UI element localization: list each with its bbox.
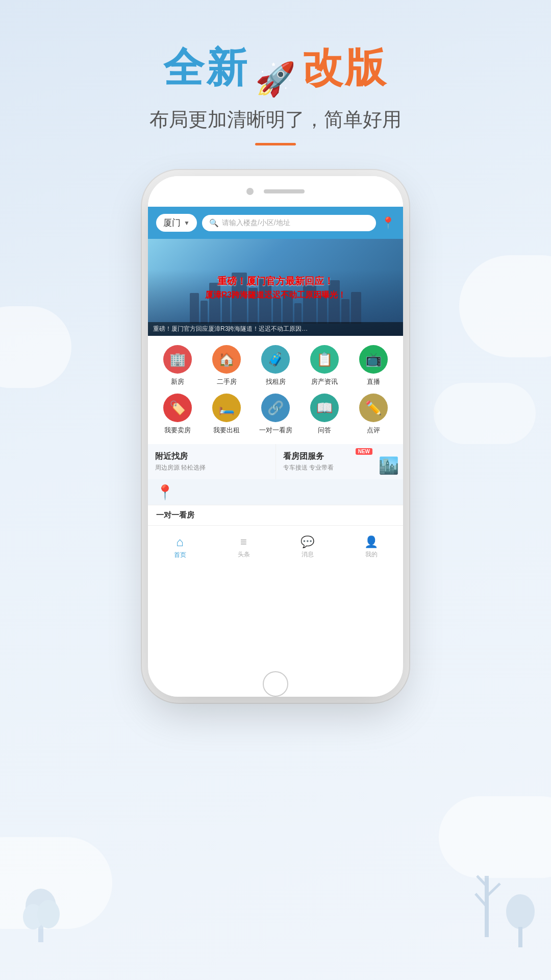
- phone-bottom: [148, 671, 403, 697]
- header-section: 全新 🚀 改版 布局更加清晰明了，简单好用: [0, 0, 551, 166]
- banner-footer: 重磅！厦门官方回应厦漳R3跨海隧道！迟迟不动工原因…: [148, 322, 403, 336]
- one-on-one-section-title: 一对一看房: [156, 510, 194, 519]
- review-icon: ✏️: [359, 394, 388, 422]
- banner-subtext: 厦漳R3跨海隧道迟迟不动工原因曝光！: [205, 290, 346, 301]
- nav-messages[interactable]: 💬 消息: [276, 535, 339, 559]
- dropdown-arrow-icon: ▼: [184, 219, 190, 227]
- one-on-one-icon: 🔗: [261, 394, 290, 422]
- new-house-icon: 🏢: [163, 345, 192, 374]
- app-content: 厦门 ▼ 🔍 请输入楼盘/小区/地址 📍: [148, 207, 403, 671]
- phone-mockup: 厦门 ▼ 🔍 请输入楼盘/小区/地址 📍: [148, 176, 403, 697]
- new-badge: NEW: [356, 448, 372, 455]
- tree-left-decoration: [15, 845, 66, 949]
- nearby-sub: 周边房源 轻松选择: [155, 463, 268, 472]
- menu-item-review[interactable]: ✏️ 点评: [353, 394, 394, 435]
- qa-icon: 📖: [310, 394, 339, 422]
- menu-item-sell[interactable]: 🏷️ 我要卖房: [157, 394, 198, 435]
- menu-grid-section: 🏢 新房 🏠 二手房 🧳 找租房 📋 房产资讯: [148, 336, 403, 444]
- nav-home[interactable]: ⌂ 首页: [148, 535, 212, 559]
- live-icon: 📺: [359, 345, 388, 374]
- one-on-one-label: 一对一看房: [259, 426, 292, 435]
- title-part1: 全新: [163, 45, 249, 90]
- menu-item-lease[interactable]: 🛏️ 我要出租: [206, 394, 247, 435]
- home-button[interactable]: [263, 671, 288, 697]
- svg-point-3: [37, 900, 60, 928]
- menu-row-2: 🏷️ 我要卖房 🛏️ 我要出租 🔗 一对一看房 📖 问答: [153, 394, 398, 435]
- news-label: 房产资讯: [311, 377, 338, 386]
- banner-footer-text: 重磅！厦门官方回应厦漳R3跨海隧道！迟迟不动工原因…: [153, 325, 398, 333]
- location-icon[interactable]: 📍: [381, 216, 395, 230]
- nav-profile[interactable]: 👤 我的: [339, 535, 403, 559]
- phone-speaker: [264, 189, 305, 193]
- nearby-card[interactable]: 附近找房 周边房源 轻松选择: [148, 444, 276, 479]
- messages-nav-label: 消息: [302, 550, 314, 559]
- headlines-nav-icon: ≡: [240, 535, 247, 549]
- profile-nav-label: 我的: [365, 550, 378, 559]
- tour-icon: 🏙️: [379, 456, 399, 475]
- map-pin-icon: 📍: [156, 484, 174, 501]
- menu-item-second-hand[interactable]: 🏠 二手房: [206, 345, 247, 386]
- messages-nav-icon: 💬: [300, 535, 314, 549]
- news-icon: 📋: [310, 345, 339, 374]
- app-banner[interactable]: 重磅！厦门官方最新回应！ 厦漳R3跨海隧道迟迟不动工原因曝光！ 重磅！厦门官方回…: [148, 239, 403, 336]
- home-nav-label: 首页: [174, 551, 186, 559]
- menu-item-qa[interactable]: 📖 问答: [304, 394, 345, 435]
- headlines-nav-label: 头条: [238, 550, 250, 559]
- sell-icon: 🏷️: [163, 394, 192, 422]
- search-placeholder: 请输入楼盘/小区/地址: [222, 218, 290, 228]
- second-hand-label: 二手房: [217, 377, 237, 386]
- menu-item-rent[interactable]: 🧳 找租房: [255, 345, 296, 386]
- live-label: 直播: [367, 377, 380, 386]
- map-area[interactable]: 📍: [148, 479, 403, 505]
- qa-label: 问答: [318, 426, 331, 435]
- bottom-nav: ⌂ 首页 ≡ 头条 💬 消息 👤 我的: [148, 525, 403, 566]
- lease-label: 我要出租: [213, 426, 240, 435]
- bottom-cards: 附近找房 周边房源 轻松选择 NEW 看房团服务 专车接送 专业带看 🏙️: [148, 444, 403, 479]
- sell-label: 我要卖房: [164, 426, 191, 435]
- rocket-icon: 🚀: [255, 60, 296, 99]
- menu-item-1v1[interactable]: 🔗 一对一看房: [255, 394, 296, 435]
- new-house-label: 新房: [171, 377, 184, 386]
- review-label: 点评: [367, 426, 380, 435]
- city-name: 厦门: [163, 217, 181, 229]
- one-on-one-section[interactable]: 一对一看房: [148, 505, 403, 525]
- rent-label: 找租房: [266, 377, 286, 386]
- second-hand-icon: 🏠: [212, 345, 241, 374]
- rent-icon: 🧳: [261, 345, 290, 374]
- banner-text-overlay: 重磅！厦门官方最新回应！ 厦漳R3跨海隧道迟迟不动工原因曝光！: [148, 239, 403, 336]
- phone-topbar: [148, 176, 403, 207]
- banner-headline: 重磅！厦门官方最新回应！: [217, 275, 334, 288]
- header-underline: [255, 143, 296, 145]
- search-bar[interactable]: 🔍 请输入楼盘/小区/地址: [202, 215, 376, 231]
- nearby-title: 附近找房: [155, 451, 268, 462]
- search-icon: 🔍: [209, 218, 219, 228]
- nav-headlines[interactable]: ≡ 头条: [212, 535, 276, 559]
- tour-card[interactable]: NEW 看房团服务 专车接送 专业带看 🏙️: [276, 444, 404, 479]
- menu-row-1: 🏢 新房 🏠 二手房 🧳 找租房 📋 房产资讯: [153, 345, 398, 386]
- home-nav-icon: ⌂: [176, 535, 184, 549]
- title-part2: 改版: [302, 45, 388, 90]
- menu-item-news[interactable]: 📋 房产资讯: [304, 345, 345, 386]
- app-header: 厦门 ▼ 🔍 请输入楼盘/小区/地址 📍: [148, 207, 403, 239]
- profile-nav-icon: 👤: [364, 535, 378, 549]
- phone-camera: [246, 188, 254, 195]
- svg-point-8: [506, 894, 535, 929]
- city-selector[interactable]: 厦门 ▼: [156, 214, 197, 232]
- header-subtitle: 布局更加清晰明了，简单好用: [0, 107, 551, 133]
- menu-item-live[interactable]: 📺 直播: [353, 345, 394, 386]
- header-title: 全新 🚀 改版: [0, 41, 551, 99]
- lease-icon: 🛏️: [212, 394, 241, 422]
- svg-rect-9: [518, 927, 522, 947]
- menu-item-new-house[interactable]: 🏢 新房: [157, 345, 198, 386]
- bg-cloud-mid-right: [434, 383, 536, 444]
- tree-right-decoration: [474, 835, 536, 949]
